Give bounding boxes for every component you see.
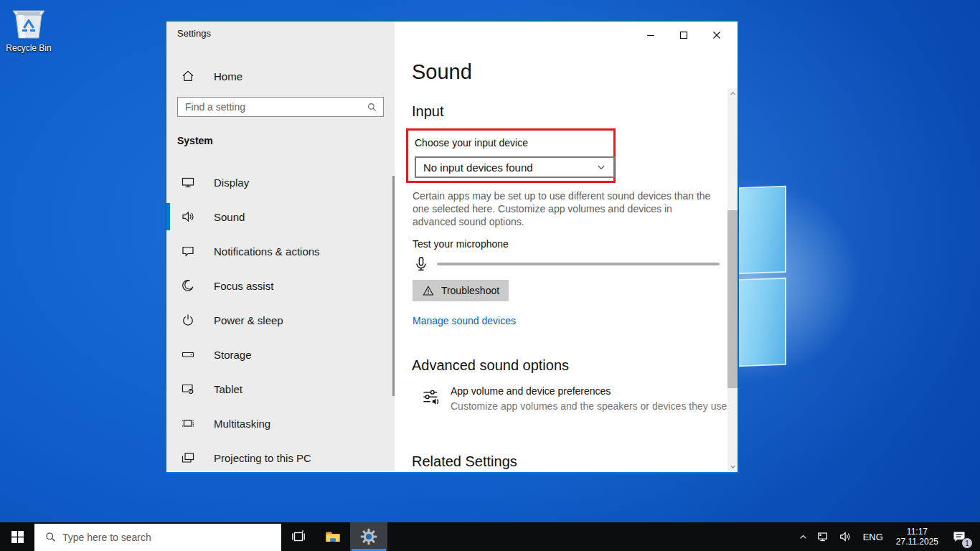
window-title: Settings — [177, 28, 211, 39]
notification-badge: 1 — [961, 537, 973, 549]
sidebar-item-display[interactable]: Display — [166, 169, 395, 196]
app-volume-item[interactable]: App volume and device preferences Custom… — [422, 385, 730, 412]
sidebar-item-storage[interactable]: Storage — [166, 341, 395, 368]
speaker-icon — [181, 209, 195, 224]
input-description: Certain apps may be set up to use differ… — [413, 189, 717, 228]
titlebar-controls — [634, 24, 733, 46]
taskbar-search-input[interactable] — [62, 532, 281, 543]
app-volume-title: App volume and device preferences — [451, 385, 730, 397]
projecting-icon — [181, 451, 195, 465]
sidebar-item-focus-assist[interactable]: Focus assist — [166, 272, 395, 299]
sound-settings-panel: Sound Input Choose your input device No … — [395, 22, 738, 471]
moon-icon — [181, 278, 195, 293]
chevron-down-icon — [596, 162, 606, 172]
wallpaper-windows-logo-pane — [738, 278, 786, 367]
settings-window: Settings Home System — [165, 20, 739, 474]
gear-icon — [360, 528, 377, 545]
related-settings-heading: Related Settings — [412, 453, 517, 470]
warning-icon — [422, 285, 435, 297]
scroll-up-icon[interactable] — [727, 88, 738, 98]
scroll-down-icon[interactable] — [727, 461, 738, 471]
multitasking-icon — [181, 416, 195, 430]
mixer-icon — [422, 387, 440, 412]
display-icon — [181, 175, 195, 189]
home-icon — [181, 69, 195, 83]
microphone-level-row — [413, 253, 720, 276]
microphone-icon — [413, 255, 430, 273]
settings-search-box[interactable] — [177, 97, 384, 117]
taskbar-search-box[interactable] — [34, 524, 281, 551]
advanced-section-heading: Advanced sound options — [412, 357, 569, 374]
wallpaper-windows-logo-pane — [738, 186, 786, 274]
input-section-heading: Input — [412, 103, 443, 120]
input-device-dropdown-value: No input devices found — [423, 161, 533, 174]
test-microphone-label: Test your microphone — [413, 238, 509, 250]
volume-icon[interactable] — [834, 522, 856, 551]
input-device-dropdown[interactable]: No input devices found — [415, 156, 615, 178]
sidebar-item-home[interactable]: Home — [166, 63, 395, 89]
sidebar-nav: Display Sound — [166, 169, 395, 479]
task-view-button[interactable] — [281, 522, 316, 551]
app-volume-subtitle: Customize app volumes and the speakers o… — [451, 400, 730, 412]
file-explorer-button[interactable] — [316, 522, 350, 551]
sidebar-item-multitasking[interactable]: Multitasking — [166, 410, 395, 437]
sidebar-section-label: System — [177, 135, 213, 146]
taskbar: ENG 11:17 27.11.2025 1 — [0, 522, 980, 551]
settings-sidebar: Settings Home System — [166, 22, 395, 471]
main-scrollbar[interactable] — [727, 88, 738, 471]
troubleshoot-button[interactable]: Troubleshoot — [413, 280, 509, 301]
search-icon — [367, 102, 377, 113]
microphone-level-bar — [437, 263, 720, 265]
maximize-button[interactable] — [667, 24, 700, 46]
sidebar-item-power-sleep[interactable]: Power & sleep — [166, 306, 395, 334]
recycle-bin-label: Recycle Bin — [3, 43, 55, 53]
tray-chevron-up-icon[interactable] — [794, 522, 813, 551]
recycle-bin-shortcut[interactable]: Recycle Bin — [3, 4, 55, 53]
storage-icon — [181, 347, 195, 362]
sidebar-item-notifications[interactable]: Notifications & actions — [166, 237, 395, 265]
troubleshoot-label: Troubleshoot — [441, 285, 499, 296]
desktop: Recycle Bin Settings Hom — [0, 0, 980, 551]
recycle-bin-icon — [3, 4, 55, 42]
settings-search-input[interactable] — [178, 101, 367, 113]
network-icon[interactable] — [813, 522, 834, 551]
search-icon — [44, 531, 57, 543]
scrollbar-thumb[interactable] — [727, 210, 738, 388]
tray-language[interactable]: ENG — [856, 522, 890, 551]
system-tray: ENG 11:17 27.11.2025 1 — [794, 522, 974, 551]
choose-input-device-label: Choose your input device — [415, 137, 528, 149]
action-center-button[interactable]: 1 — [944, 522, 974, 551]
sidebar-item-projecting[interactable]: Projecting to this PC — [166, 444, 395, 471]
settings-taskbar-button[interactable] — [350, 522, 387, 551]
close-button[interactable] — [700, 24, 733, 46]
sidebar-item-tablet[interactable]: Tablet — [166, 375, 395, 402]
power-icon — [181, 313, 195, 327]
minimize-button[interactable] — [634, 24, 667, 46]
start-button[interactable] — [0, 522, 34, 551]
sidebar-item-sound[interactable]: Sound — [166, 203, 395, 230]
page-title: Sound — [412, 60, 472, 84]
highlight-red-box: Choose your input device No input device… — [406, 128, 616, 183]
tray-date: 27.11.2025 — [896, 537, 938, 547]
manage-sound-devices-link[interactable]: Manage sound devices — [413, 315, 516, 326]
notifications-icon — [181, 244, 195, 258]
tray-time: 11:17 — [907, 527, 928, 537]
tray-clock[interactable]: 11:17 27.11.2025 — [890, 522, 944, 551]
sidebar-home-label: Home — [214, 70, 242, 83]
tablet-icon — [181, 382, 195, 396]
